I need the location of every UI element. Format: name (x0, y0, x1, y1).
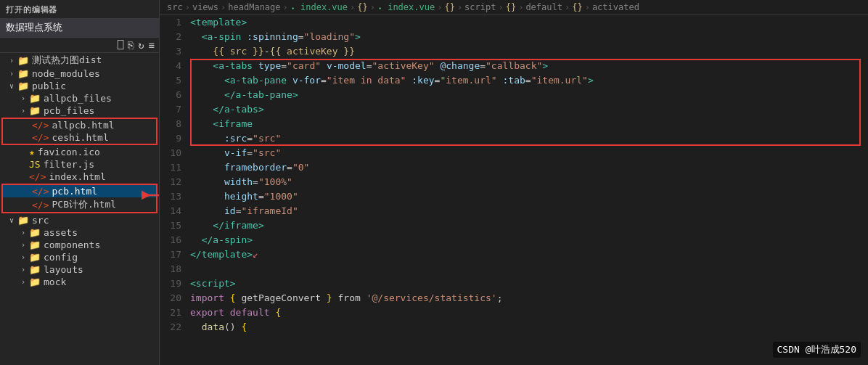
line-content[interactable]: import { getPageConvert } from '@/servic… (190, 291, 868, 305)
line-number: 17 (160, 247, 190, 262)
line-number: 16 (160, 233, 190, 247)
breadcrumb-src[interactable]: src (167, 2, 183, 12)
sidebar-item-components[interactable]: › 📁 components (0, 239, 159, 251)
line-number: 3 (160, 44, 190, 59)
line-number: 4 (160, 59, 190, 73)
sidebar-item-filter-js[interactable]: › JS filter.js (0, 158, 159, 171)
line-number: 5 (160, 73, 190, 88)
line-content[interactable]: <a-spin :spinning="loading"> (190, 30, 868, 44)
line-content[interactable]: <script> (190, 276, 868, 291)
line-number: 18 (160, 262, 190, 276)
sidebar-item-allpcb-files[interactable]: › 📁 allpcb_files (0, 92, 159, 104)
arrow-icon: › (17, 94, 29, 102)
line-number: 15 (160, 218, 190, 233)
breadcrumb-default[interactable]: default (525, 2, 562, 12)
arrow-icon: › (17, 266, 29, 274)
line-number: 19 (160, 276, 190, 291)
line-content[interactable]: <iframe (190, 117, 868, 131)
code-line-6: 6 </a-tab-pane> (160, 88, 868, 102)
code-line-17: 17 </template>↙ (160, 247, 868, 262)
breadcrumb-views[interactable]: views (192, 2, 218, 12)
line-content[interactable]: </a-spin> (190, 233, 868, 247)
sidebar-item-public[interactable]: ∨ 📁 public (0, 80, 159, 92)
line-content[interactable]: export default { (190, 305, 868, 320)
line-content[interactable]: height="1000" (190, 189, 868, 204)
sidebar-item-index-html[interactable]: › </> index.html (0, 171, 159, 183)
collapse-icon[interactable]: ≡ (149, 39, 155, 51)
refresh-icon[interactable]: ↻ (138, 39, 144, 51)
line-content[interactable]: </iframe> (190, 218, 868, 233)
breadcrumb-script[interactable]: script (464, 2, 496, 12)
sidebar-item-label: allpcb.html (52, 120, 156, 131)
folder-icon: 📁 (29, 276, 41, 287)
code-line-14: 14 id="iframeId" (160, 204, 868, 218)
html-file-icon: </> (32, 132, 49, 143)
arrow-icon: › (17, 253, 29, 261)
sidebar-item-src[interactable]: ∨ 📁 src (0, 214, 159, 226)
breadcrumb-headmanage[interactable]: headManage (228, 2, 280, 12)
line-content[interactable]: frameborder="0" (190, 160, 868, 175)
line-number: 8 (160, 117, 190, 131)
sidebar-item-mock[interactable]: › 📁 mock (0, 276, 159, 288)
breadcrumb-bracket1: {} (357, 2, 367, 12)
sidebar-item-assets[interactable]: › 📁 assets (0, 226, 159, 239)
line-content[interactable]: width="100%" (190, 175, 868, 189)
line-number: 14 (160, 204, 190, 218)
line-content[interactable]: </template>↙ (190, 247, 868, 262)
code-line-21: 21 export default { (160, 305, 868, 320)
editor-scroll[interactable]: 1 <template> 2 <a-spin :spinning="loadin… (160, 15, 868, 365)
line-number: 9 (160, 131, 190, 146)
folder-icon: 📁 (29, 239, 41, 250)
sidebar-item-label: pcb.html (52, 186, 156, 197)
breadcrumb-index-vue2[interactable]: ⬩ index.vue (377, 2, 435, 12)
line-content[interactable]: <a-tabs type="card" v-model="activeKey" … (190, 59, 868, 73)
sidebar-item-pcb-files[interactable]: › 📁 pcb_files (0, 104, 159, 117)
sidebar-item-allpcb-html[interactable]: › </> allpcb.html (3, 119, 156, 131)
line-number: 22 (160, 320, 190, 335)
breadcrumb-index-vue[interactable]: ⬩ index.vue (290, 2, 348, 12)
code-line-1: 1 <template> (160, 15, 868, 30)
sidebar-item-label: PCB计价.html (52, 198, 156, 211)
breadcrumb-sep: › (457, 2, 462, 12)
line-content[interactable]: <template> (190, 15, 868, 30)
line-content[interactable]: data() { (190, 320, 868, 335)
line-content[interactable]: id="iframeId" (190, 204, 868, 218)
line-content[interactable]: :src="src" (190, 131, 868, 146)
line-number: 1 (160, 15, 190, 30)
folder-icon: 📁 (17, 68, 29, 79)
sidebar-item-pcb-html[interactable]: › </> pcb.html (3, 185, 156, 197)
line-content[interactable]: <a-tab-pane v-for="item in data" :key="i… (190, 73, 868, 88)
editor-area: src › views › headManage › ⬩ index.vue ›… (160, 0, 868, 365)
new-folder-icon[interactable]: ⎘ (128, 39, 134, 51)
new-file-icon[interactable]: ⎕ (118, 39, 123, 51)
html-file-icon: </> (29, 171, 46, 182)
sidebar-item-favicon[interactable]: › ★ favicon.ico (0, 146, 159, 158)
sidebar-item-label: config (44, 252, 159, 263)
watermark: CSDN @叶浩成520 (773, 342, 861, 358)
line-number: 21 (160, 305, 190, 320)
folder-icon: 📁 (29, 93, 41, 104)
sidebar-item-layouts[interactable]: › 📁 layouts (0, 263, 159, 276)
breadcrumb-sep: › (518, 2, 523, 12)
breadcrumb-activated[interactable]: activated (592, 2, 639, 12)
line-content[interactable]: v-if="src" (190, 146, 868, 160)
sidebar-item-ceshi-html[interactable]: › </> ceshi.html (3, 131, 156, 144)
sidebar-item-label: filter.js (44, 159, 159, 170)
arrow-icon: › (6, 70, 17, 78)
arrow-icon: › (17, 241, 29, 249)
code-line-2: 2 <a-spin :spinning="loading"> (160, 30, 868, 44)
sidebar-item-tests[interactable]: › 📁 测试热力图dist (0, 53, 159, 67)
line-content[interactable]: </a-tabs> (190, 102, 868, 117)
folder-icon: 📁 (17, 81, 29, 91)
sidebar-item-pcbprice-html[interactable]: › </> PCB计价.html (3, 197, 156, 212)
arrow-icon: › (6, 57, 17, 65)
code-line-7: 7 </a-tabs> (160, 102, 868, 117)
sidebar-item-label: layouts (44, 264, 159, 275)
sidebar-item-node-modules[interactable]: › 📁 node_modules (0, 67, 159, 80)
line-number: 7 (160, 102, 190, 117)
code-line-9: 9 :src="src" (160, 131, 868, 146)
sidebar-item-label: ceshi.html (52, 132, 156, 143)
line-content[interactable]: </a-tab-pane> (190, 88, 868, 102)
sidebar-item-config[interactable]: › 📁 config (0, 251, 159, 263)
line-content[interactable]: {{ src }}-{{ activeKey }} (190, 44, 868, 59)
